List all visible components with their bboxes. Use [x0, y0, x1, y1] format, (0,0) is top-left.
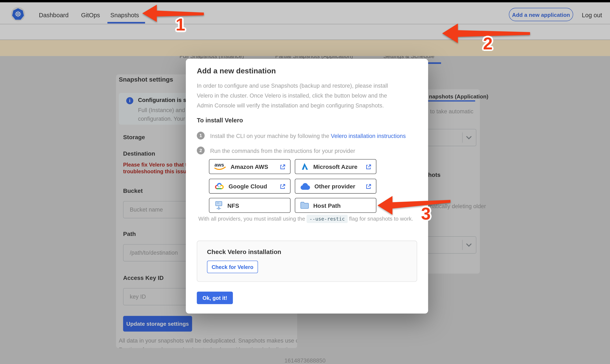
provider-button-host-path[interactable]: Host Path	[295, 198, 376, 213]
restic-note: With all providers, you must install usi…	[198, 216, 413, 222]
provider-button-google-cloud[interactable]: Google Cloud	[209, 179, 290, 194]
external-link-icon	[365, 164, 371, 169]
annotation-arrow-1	[143, 4, 204, 23]
external-link-icon	[280, 183, 286, 189]
restic-note-prefix: With all providers, you must install usi…	[198, 216, 307, 222]
folder-icon	[300, 201, 310, 210]
check-velero-box: Check Velero installation Check for Vele…	[197, 241, 417, 282]
provider-label: Other provider	[314, 183, 355, 189]
to-install-velero-heading: To install Velero	[197, 117, 243, 124]
step-2-badge: 2	[197, 147, 205, 154]
modal-intro-line3: Admin Console will verify the installati…	[197, 102, 384, 108]
provider-button-aws[interactable]: aws Amazon AWS	[209, 159, 290, 174]
annotation-number-2: 2	[483, 34, 493, 53]
google-cloud-icon	[214, 182, 225, 190]
check-for-velero-button[interactable]: Check for Velero	[207, 260, 258, 273]
aws-icon: aws	[214, 162, 227, 171]
provider-button-azure[interactable]: Microsoft Azure	[295, 159, 376, 174]
provider-label: Microsoft Azure	[313, 163, 357, 170]
modal-intro-line2: Velero in the cluster. Once Velero is in…	[197, 92, 387, 99]
modal-title: Add a new destination	[197, 67, 276, 75]
provider-label: Amazon AWS	[231, 163, 268, 170]
annotation-arrow-3	[377, 195, 451, 216]
ok-got-it-button[interactable]: Ok, got it!	[197, 292, 233, 304]
provider-label: Google Cloud	[229, 183, 267, 189]
use-restic-code: --use-restic	[307, 215, 348, 223]
annotation-number-1: 1	[176, 15, 185, 35]
step-1-text: Install the CLI on your machine by follo…	[210, 133, 406, 139]
step-1-label: Install the CLI on your machine by follo…	[210, 133, 331, 139]
screen: ☸ Dashboard GitOps Snapshots Add a new a…	[0, 0, 610, 364]
step-1-badge: 1	[197, 132, 205, 139]
provider-button-other[interactable]: Other provider	[295, 179, 376, 194]
provider-label: NFS	[227, 202, 239, 209]
annotation-number-3: 3	[421, 204, 431, 223]
provider-label: Host Path	[313, 202, 340, 209]
cloud-icon	[300, 182, 311, 190]
azure-icon	[300, 162, 310, 171]
external-link-icon	[280, 164, 286, 169]
check-velero-heading: Check Velero installation	[207, 248, 281, 256]
add-destination-modal: Add a new destination In order to config…	[186, 59, 428, 313]
external-link-icon	[365, 183, 371, 189]
restic-note-suffix: flag for snapshots to work.	[349, 216, 413, 222]
modal-intro-line1: In order to configure and use Snapshots …	[197, 83, 388, 89]
nfs-icon	[214, 201, 224, 210]
svg-text:aws: aws	[214, 162, 224, 168]
step-2-text: Run the commands from the instructions f…	[210, 148, 355, 154]
velero-install-instructions-link[interactable]: Velero installation instructions	[331, 133, 406, 139]
provider-button-nfs[interactable]: NFS	[209, 198, 290, 213]
